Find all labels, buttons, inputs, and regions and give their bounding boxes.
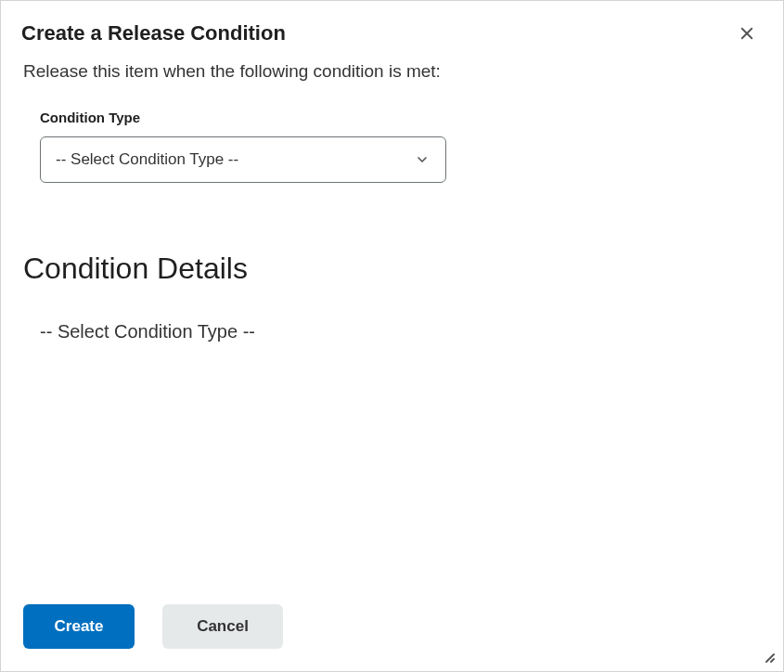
resize-handle-icon (761, 649, 776, 664)
cancel-button[interactable]: Cancel (162, 604, 283, 649)
release-condition-dialog: Create a Release Condition Release this … (0, 0, 784, 672)
instruction-text: Release this item when the following con… (23, 61, 761, 82)
close-icon (739, 25, 755, 45)
condition-type-field: Condition Type -- Select Condition Type … (40, 110, 761, 183)
dialog-header: Create a Release Condition (1, 1, 783, 48)
create-button[interactable]: Create (23, 604, 135, 649)
condition-type-select-wrapper: -- Select Condition Type -- (40, 136, 446, 183)
svg-line-3 (771, 659, 774, 662)
dialog-footer: Create Cancel (1, 604, 783, 671)
dialog-body: Release this item when the following con… (1, 48, 783, 604)
condition-details-placeholder: -- Select Condition Type -- (40, 321, 761, 342)
condition-type-label: Condition Type (40, 110, 761, 125)
svg-line-2 (766, 654, 774, 662)
dialog-title: Create a Release Condition (21, 21, 286, 45)
condition-type-select[interactable]: -- Select Condition Type -- (40, 136, 446, 183)
close-button[interactable] (735, 21, 759, 48)
condition-details-heading: Condition Details (23, 252, 761, 286)
